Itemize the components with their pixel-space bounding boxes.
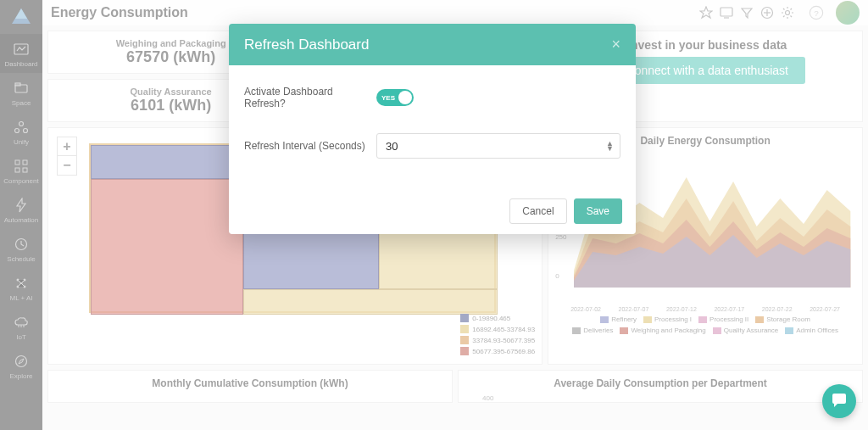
close-icon[interactable]: × xyxy=(611,36,620,53)
cancel-button[interactable]: Cancel xyxy=(509,198,566,224)
interval-input[interactable] xyxy=(376,133,620,159)
save-button[interactable]: Save xyxy=(574,198,622,224)
chat-fab[interactable] xyxy=(822,384,856,418)
number-stepper[interactable]: ▲▼ xyxy=(606,141,614,151)
modal-title: Refresh Dashboard xyxy=(244,36,369,53)
modal-header: Refresh Dashboard × xyxy=(229,24,636,65)
activate-label: Activate Dashboard Refresh? xyxy=(244,86,376,109)
activate-toggle[interactable]: YES xyxy=(376,89,414,106)
interval-label: Refresh Interval (Seconds) xyxy=(244,140,376,152)
refresh-modal: Refresh Dashboard × Activate Dashboard R… xyxy=(229,24,636,234)
toggle-knob xyxy=(398,91,412,104)
